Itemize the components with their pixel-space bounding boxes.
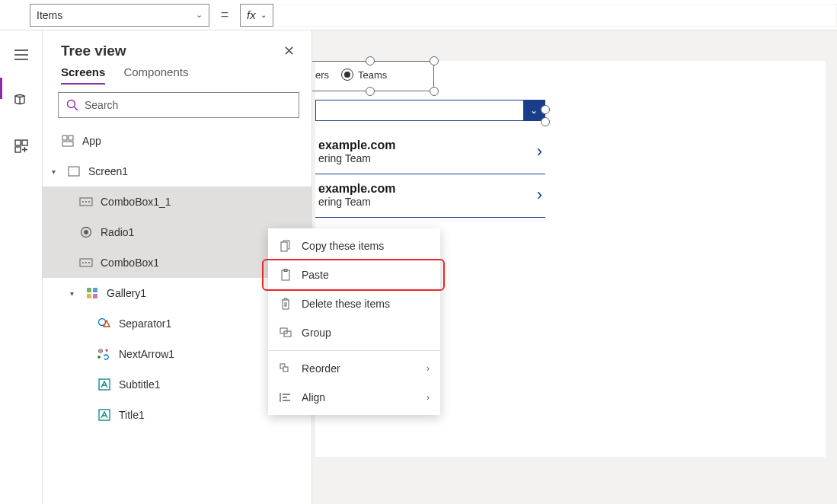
hamburger-button[interactable] xyxy=(6,43,37,67)
rail-active-indicator xyxy=(0,78,2,99)
label-icon xyxy=(97,408,111,422)
reorder-icon xyxy=(279,362,292,375)
search-icon xyxy=(66,99,78,111)
selection-outline xyxy=(312,61,434,91)
list-item[interactable]: example.com ering Team › xyxy=(315,174,545,218)
property-select-label: Items xyxy=(37,9,62,21)
paste-icon xyxy=(279,268,292,282)
left-rail xyxy=(0,30,43,504)
menu-item-label: Reorder xyxy=(302,362,340,375)
chevron-right-icon[interactable]: › xyxy=(537,185,542,205)
menu-item-align[interactable]: Align › xyxy=(268,383,440,412)
menu-separator xyxy=(268,350,440,351)
svg-point-9 xyxy=(82,201,84,203)
caret-down-icon[interactable]: ▾ xyxy=(52,167,59,176)
svg-rect-6 xyxy=(62,142,73,146)
tree-node-label: ComboBox1_1 xyxy=(101,196,311,208)
svg-rect-7 xyxy=(69,167,79,176)
selection-handle[interactable] xyxy=(366,56,375,65)
tab-screens[interactable]: Screens xyxy=(61,65,105,85)
list-item-subtitle: ering Team xyxy=(318,152,537,164)
selection-handle[interactable] xyxy=(430,87,439,96)
app-icon xyxy=(61,134,75,148)
selection-handle[interactable] xyxy=(366,87,375,96)
combobox-icon xyxy=(79,256,93,270)
svg-rect-21 xyxy=(93,294,97,298)
chevron-right-icon[interactable]: › xyxy=(537,142,542,161)
menu-item-reorder[interactable]: Reorder › xyxy=(268,354,440,383)
tree-node-app[interactable]: App xyxy=(43,126,311,156)
chevron-down-icon: ⌄ xyxy=(196,10,203,20)
list-item-title: example.com xyxy=(318,139,537,152)
chevron-right-icon: › xyxy=(426,392,430,403)
gallery-icon xyxy=(85,286,99,300)
fx-button[interactable]: fx ⌄ xyxy=(240,4,273,27)
menu-item-label: Group xyxy=(302,327,331,339)
svg-rect-0 xyxy=(15,140,21,145)
svg-point-17 xyxy=(88,262,90,263)
svg-rect-20 xyxy=(87,294,91,298)
chevron-right-icon: › xyxy=(426,363,430,374)
context-menu: Copy these items Paste Delete these item… xyxy=(268,228,440,415)
insert-rail-button[interactable] xyxy=(6,134,37,158)
svg-point-11 xyxy=(88,201,90,203)
label-icon xyxy=(97,378,111,391)
svg-rect-32 xyxy=(283,367,288,372)
menu-item-label: Paste xyxy=(302,269,329,281)
gallery-control[interactable]: example.com ering Team › example.com eri… xyxy=(315,131,545,218)
screen-icon xyxy=(67,164,81,178)
search-input[interactable]: Search xyxy=(58,92,299,118)
property-select[interactable]: Items ⌄ xyxy=(30,4,209,27)
tree-node-combobox1-1[interactable]: ComboBox1_1 xyxy=(43,187,311,217)
equals-sign: = xyxy=(209,7,240,23)
copy-icon xyxy=(279,239,292,253)
combobox-icon xyxy=(79,195,93,209)
icons-icon xyxy=(97,347,111,361)
list-item[interactable]: example.com ering Team › xyxy=(315,131,545,174)
align-icon xyxy=(279,391,292,404)
svg-rect-19 xyxy=(93,288,97,292)
chevron-down-icon: ⌄ xyxy=(260,11,267,19)
tree-view-rail-button[interactable] xyxy=(6,88,37,113)
search-placeholder: Search xyxy=(85,99,118,111)
svg-point-13 xyxy=(84,230,88,234)
menu-item-paste[interactable]: Paste xyxy=(268,260,440,289)
shape-icon xyxy=(97,317,111,330)
formula-bar: Items ⌄ = fx ⌄ xyxy=(0,0,837,30)
radio-icon xyxy=(79,225,93,239)
svg-point-16 xyxy=(85,262,87,263)
svg-point-10 xyxy=(85,201,87,203)
menu-item-label: Delete these items xyxy=(302,298,390,310)
svg-rect-2 xyxy=(15,147,21,152)
menu-item-label: Copy these items xyxy=(302,240,384,252)
tree-node-screen1[interactable]: ▾ Screen1 xyxy=(43,156,311,187)
menu-item-copy[interactable]: Copy these items xyxy=(268,231,440,260)
selection-handle[interactable] xyxy=(541,117,550,126)
menu-item-label: Align xyxy=(302,391,325,404)
tree-node-label: App xyxy=(82,135,311,147)
group-icon xyxy=(279,326,292,340)
svg-rect-4 xyxy=(62,136,67,140)
svg-rect-26 xyxy=(281,242,287,251)
tree-node-label: Screen1 xyxy=(88,165,311,177)
svg-rect-1 xyxy=(22,140,27,145)
trash-icon xyxy=(279,297,292,311)
tree-title: Tree view xyxy=(61,43,126,59)
tree-tabs: Screens Components xyxy=(43,62,311,85)
svg-point-15 xyxy=(82,262,84,263)
svg-rect-18 xyxy=(87,288,91,292)
combobox-control[interactable]: ⌄ xyxy=(315,100,545,121)
menu-item-delete[interactable]: Delete these items xyxy=(268,289,440,318)
close-icon[interactable]: ✕ xyxy=(283,43,295,59)
caret-down-icon[interactable]: ▾ xyxy=(70,289,78,298)
list-item-subtitle: ering Team xyxy=(318,196,537,208)
list-item-title: example.com xyxy=(318,182,537,196)
formula-input[interactable] xyxy=(278,4,837,27)
selection-handle[interactable] xyxy=(541,105,550,114)
menu-item-group[interactable]: Group xyxy=(268,318,440,347)
selection-handle[interactable] xyxy=(430,56,439,65)
fx-label: fx xyxy=(247,8,256,21)
tab-components[interactable]: Components xyxy=(123,65,188,85)
svg-point-3 xyxy=(68,100,75,108)
svg-rect-5 xyxy=(69,136,73,140)
